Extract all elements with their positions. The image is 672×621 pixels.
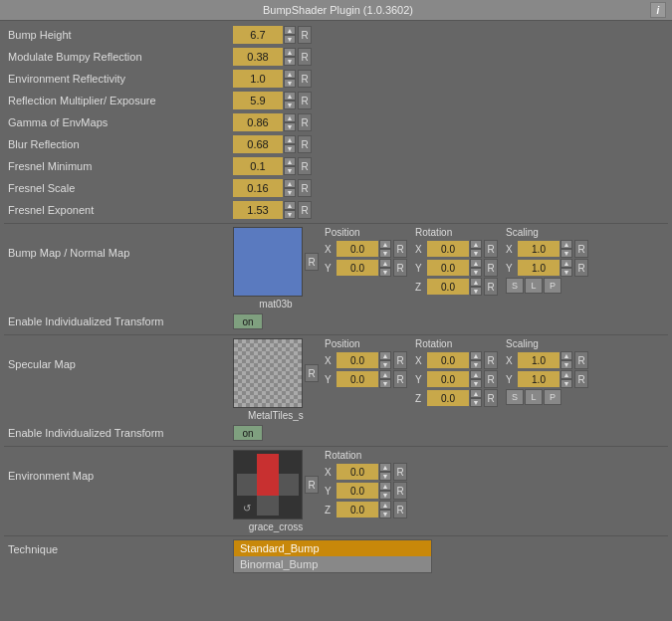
param-r-btn-4[interactable]: R bbox=[298, 113, 312, 131]
bump-scale-x-spinner[interactable]: ▲▼ bbox=[560, 240, 572, 258]
param-spin-down-5[interactable]: ▼ bbox=[284, 144, 296, 153]
param-spin-up-6[interactable]: ▲ bbox=[284, 157, 296, 166]
spec-rot-y-spinner[interactable]: ▲▼ bbox=[470, 370, 482, 388]
spec-scale-x-input[interactable] bbox=[518, 352, 560, 368]
spec-rot-z-input[interactable] bbox=[427, 390, 469, 406]
bump-map-r-btn[interactable]: R bbox=[305, 253, 319, 271]
env-rot-z-r[interactable]: R bbox=[393, 501, 407, 518]
param-spin-down-0[interactable]: ▼ bbox=[284, 35, 296, 44]
bump-rot-x-r[interactable]: R bbox=[484, 240, 498, 258]
param-spin-up-5[interactable]: ▲ bbox=[284, 135, 296, 144]
spec-s-btn[interactable]: S bbox=[506, 389, 524, 405]
param-value-3[interactable] bbox=[233, 92, 283, 109]
bump-pos-x-input[interactable] bbox=[336, 241, 378, 257]
param-spin-up-2[interactable]: ▲ bbox=[284, 70, 296, 79]
bump-pos-x-r[interactable]: R bbox=[393, 240, 407, 258]
bump-rot-x-input[interactable] bbox=[427, 241, 469, 257]
param-value-0[interactable] bbox=[233, 26, 283, 44]
param-r-btn-2[interactable]: R bbox=[298, 70, 312, 88]
env-map-r-btn[interactable]: R bbox=[305, 476, 319, 494]
spec-rot-z-spinner[interactable]: ▲▼ bbox=[470, 389, 482, 407]
param-spin-down-3[interactable]: ▼ bbox=[284, 101, 296, 109]
param-spin-down-1[interactable]: ▼ bbox=[284, 57, 296, 66]
bump-scale-x-r[interactable]: R bbox=[574, 240, 588, 258]
bump-scale-y-input[interactable] bbox=[518, 260, 560, 276]
bump-rot-y-spinner[interactable]: ▲▼ bbox=[470, 259, 482, 277]
param-spin-down-2[interactable]: ▼ bbox=[284, 79, 296, 88]
param-r-btn-1[interactable]: R bbox=[298, 48, 312, 66]
spec-l-btn[interactable]: L bbox=[525, 389, 543, 405]
spec-scale-x-r[interactable]: R bbox=[574, 351, 588, 369]
bump-rot-z-spinner[interactable]: ▲▼ bbox=[470, 278, 482, 296]
technique-option-0[interactable]: Standard_Bump bbox=[234, 540, 431, 556]
env-rot-x-input[interactable] bbox=[336, 464, 378, 480]
spec-scale-x-spinner[interactable]: ▲▼ bbox=[560, 351, 572, 369]
param-spinbtns-3[interactable]: ▲ ▼ bbox=[284, 92, 296, 109]
param-r-btn-6[interactable]: R bbox=[298, 157, 312, 175]
spec-scale-y-input[interactable] bbox=[518, 371, 560, 387]
bump-rot-y-r[interactable]: R bbox=[484, 259, 498, 277]
bump-pos-y-input[interactable] bbox=[336, 260, 378, 276]
param-spinbtns-5[interactable]: ▲ ▼ bbox=[284, 135, 296, 153]
param-r-btn-8[interactable]: R bbox=[298, 201, 312, 219]
info-button[interactable]: i bbox=[650, 2, 666, 18]
param-spin-up-7[interactable]: ▲ bbox=[284, 179, 296, 188]
spec-rot-x-spinner[interactable]: ▲▼ bbox=[470, 351, 482, 369]
spec-rot-x-input[interactable] bbox=[427, 352, 469, 368]
param-spin-up-4[interactable]: ▲ bbox=[284, 113, 296, 122]
param-value-2[interactable] bbox=[233, 70, 283, 88]
env-rot-y-spinner[interactable]: ▲▼ bbox=[379, 482, 391, 500]
technique-option-1[interactable]: Binormal_Bump bbox=[234, 556, 431, 572]
param-value-4[interactable] bbox=[233, 113, 283, 131]
spec-scale-y-r[interactable]: R bbox=[574, 370, 588, 388]
bump-scale-x-input[interactable] bbox=[518, 241, 560, 257]
bump-p-btn[interactable]: P bbox=[544, 278, 561, 294]
param-value-7[interactable] bbox=[233, 179, 283, 197]
spec-pos-x-r[interactable]: R bbox=[393, 351, 407, 369]
param-spin-up-3[interactable]: ▲ bbox=[284, 92, 296, 101]
specular-map-thumbnail[interactable] bbox=[233, 338, 303, 408]
param-r-btn-5[interactable]: R bbox=[298, 135, 312, 153]
param-r-btn-0[interactable]: R bbox=[298, 26, 312, 44]
spec-pos-y-input[interactable] bbox=[336, 371, 378, 387]
param-spin-down-8[interactable]: ▼ bbox=[284, 210, 296, 219]
env-rot-y-r[interactable]: R bbox=[393, 482, 407, 500]
param-value-6[interactable] bbox=[233, 157, 283, 175]
env-rot-z-spinner[interactable]: ▲▼ bbox=[379, 501, 391, 518]
env-rot-x-r[interactable]: R bbox=[393, 463, 407, 481]
bump-rot-z-r[interactable]: R bbox=[484, 278, 498, 296]
spec-pos-x-spinner[interactable]: ▲▼ bbox=[379, 351, 391, 369]
bump-rot-x-spinner[interactable]: ▲▼ bbox=[470, 240, 482, 258]
env-rot-y-input[interactable] bbox=[336, 483, 378, 499]
param-spin-down-7[interactable]: ▼ bbox=[284, 188, 296, 197]
bump-s-btn[interactable]: S bbox=[506, 278, 524, 294]
spec-pos-x-input[interactable] bbox=[336, 352, 378, 368]
bump-l-btn[interactable]: L bbox=[525, 278, 543, 294]
bump-pos-y-r[interactable]: R bbox=[393, 259, 407, 277]
param-value-8[interactable] bbox=[233, 201, 283, 219]
env-map-thumbnail[interactable]: ↺ bbox=[233, 450, 303, 519]
bump-rot-z-input[interactable] bbox=[427, 279, 469, 295]
param-spin-up-8[interactable]: ▲ bbox=[284, 201, 296, 210]
bump-pos-y-spinner[interactable]: ▲▼ bbox=[379, 259, 391, 277]
specular-map-r-btn[interactable]: R bbox=[305, 364, 319, 382]
spec-p-btn[interactable]: P bbox=[544, 389, 561, 405]
spec-rot-y-r[interactable]: R bbox=[484, 370, 498, 388]
bump-scale-y-spinner[interactable]: ▲▼ bbox=[560, 259, 572, 277]
param-r-btn-3[interactable]: R bbox=[298, 92, 312, 109]
bump-scale-y-r[interactable]: R bbox=[574, 259, 588, 277]
spec-pos-y-r[interactable]: R bbox=[393, 370, 407, 388]
param-spinbtns-1[interactable]: ▲ ▼ bbox=[284, 48, 296, 66]
param-spinbtns-7[interactable]: ▲ ▼ bbox=[284, 179, 296, 197]
param-spinbtns-0[interactable]: ▲ ▼ bbox=[284, 26, 296, 44]
param-value-1[interactable] bbox=[233, 48, 283, 66]
spec-rot-z-r[interactable]: R bbox=[484, 389, 498, 407]
param-spin-up-0[interactable]: ▲ bbox=[284, 26, 296, 35]
param-spinbtns-6[interactable]: ▲ ▼ bbox=[284, 157, 296, 175]
param-spin-down-4[interactable]: ▼ bbox=[284, 122, 296, 131]
env-rot-x-spinner[interactable]: ▲▼ bbox=[379, 463, 391, 481]
bump-pos-x-spinner[interactable]: ▲▼ bbox=[379, 240, 391, 258]
param-spin-up-1[interactable]: ▲ bbox=[284, 48, 296, 57]
spec-scale-y-spinner[interactable]: ▲▼ bbox=[560, 370, 572, 388]
spec-rot-y-input[interactable] bbox=[427, 371, 469, 387]
